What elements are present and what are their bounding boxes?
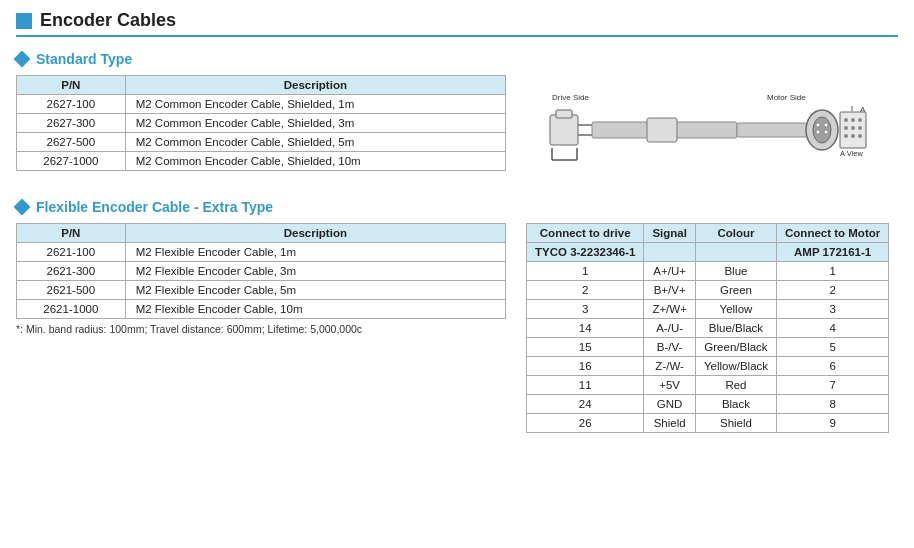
motor-pin-cell: 6	[777, 357, 889, 376]
desc-cell: M2 Flexible Encoder Cable, 5m	[125, 281, 505, 300]
col-motor-header: Connect to Motor	[777, 224, 889, 243]
signal-cell: Z+/W+	[644, 300, 696, 319]
colour-col-blank	[695, 243, 776, 262]
svg-point-12	[824, 130, 828, 134]
svg-point-9	[816, 123, 820, 127]
drive-pin-cell: 26	[527, 414, 644, 433]
table-row: 24GNDBlack8	[527, 395, 889, 414]
desc-cell: M2 Common Encoder Cable, Shielded, 5m	[125, 133, 505, 152]
svg-point-19	[858, 126, 862, 130]
svg-point-14	[844, 118, 848, 122]
pn-cell: 2627-1000	[17, 152, 126, 171]
col-drive-header: Connect to drive	[527, 224, 644, 243]
signal-cell: GND	[644, 395, 696, 414]
table-row: 2621-100M2 Flexible Encoder Cable, 1m	[17, 243, 506, 262]
table-row: 2621-300M2 Flexible Encoder Cable, 3m	[17, 262, 506, 281]
motor-pin-cell: 9	[777, 414, 889, 433]
desc-cell: M2 Common Encoder Cable, Shielded, 10m	[125, 152, 505, 171]
motor-pin-cell: 1	[777, 262, 889, 281]
signal-cell: +5V	[644, 376, 696, 395]
svg-point-17	[844, 126, 848, 130]
standard-section-title: Standard Type	[36, 51, 132, 67]
flexible-table: P/N Description 2621-100M2 Flexible Enco…	[16, 223, 506, 319]
pn-cell: 2627-500	[17, 133, 126, 152]
svg-rect-1	[556, 110, 572, 118]
motor-part-number: AMP 172161-1	[777, 243, 889, 262]
signal-header-row-2: TYCO 3-2232346-1 AMP 172161-1	[527, 243, 889, 262]
motor-pin-cell: 8	[777, 395, 889, 414]
standard-table: P/N Description 2627-100M2 Common Encode…	[16, 75, 506, 171]
table-row: 3Z+/W+Yellow3	[527, 300, 889, 319]
table-row: 2621-500M2 Flexible Encoder Cable, 5m	[17, 281, 506, 300]
svg-point-20	[844, 134, 848, 138]
flexible-table-header-row: P/N Description	[17, 224, 506, 243]
table-row: 14A-/U-Blue/Black4	[527, 319, 889, 338]
drive-pin-cell: 15	[527, 338, 644, 357]
signal-col-blank	[644, 243, 696, 262]
flexible-section-title: Flexible Encoder Cable - Extra Type	[36, 199, 273, 215]
svg-point-11	[816, 130, 820, 134]
signal-cell: Z-/W-	[644, 357, 696, 376]
drive-part-number: TYCO 3-2232346-1	[527, 243, 644, 262]
standard-diagram: Drive Side Motor Side A	[526, 75, 898, 185]
signal-cell: B+/V+	[644, 281, 696, 300]
flexible-left-panel: P/N Description 2621-100M2 Flexible Enco…	[16, 223, 506, 335]
flexible-desc-header: Description	[125, 224, 505, 243]
table-row: 16Z-/W-Yellow/Black6	[527, 357, 889, 376]
drive-pin-cell: 2	[527, 281, 644, 300]
diamond-icon-2	[14, 199, 31, 216]
motor-pin-cell: 2	[777, 281, 889, 300]
colour-cell: Green	[695, 281, 776, 300]
table-row: 11+5VRed7	[527, 376, 889, 395]
signal-cell: A+/U+	[644, 262, 696, 281]
colour-cell: Shield	[695, 414, 776, 433]
colour-cell: Blue/Black	[695, 319, 776, 338]
table-row: 2B+/V+Green2	[527, 281, 889, 300]
flexible-section-header: Flexible Encoder Cable - Extra Type	[16, 199, 898, 215]
col-colour-header: Colour	[695, 224, 776, 243]
pn-cell: 2621-500	[17, 281, 126, 300]
encoder-diagram-svg: Drive Side Motor Side A	[542, 85, 882, 185]
table-row: 26ShieldShield9	[527, 414, 889, 433]
svg-rect-5	[647, 118, 677, 142]
signal-cell: Shield	[644, 414, 696, 433]
signal-table-panel: Connect to drive Signal Colour Connect t…	[526, 223, 889, 433]
table-row: 2627-100M2 Common Encoder Cable, Shielde…	[17, 95, 506, 114]
pn-cell: 2621-100	[17, 243, 126, 262]
motor-side-label: Motor Side	[767, 93, 806, 102]
pn-cell: 2627-300	[17, 114, 126, 133]
desc-cell: M2 Flexible Encoder Cable, 1m	[125, 243, 505, 262]
standard-section: P/N Description 2627-100M2 Common Encode…	[16, 75, 898, 185]
svg-point-15	[851, 118, 855, 122]
pn-cell: 2621-1000	[17, 300, 126, 319]
svg-point-21	[851, 134, 855, 138]
table-row: 2627-300M2 Common Encoder Cable, Shielde…	[17, 114, 506, 133]
standard-table-panel: P/N Description 2627-100M2 Common Encode…	[16, 75, 506, 171]
flexible-section: P/N Description 2621-100M2 Flexible Enco…	[16, 223, 898, 433]
colour-cell: Yellow/Black	[695, 357, 776, 376]
drive-side-label: Drive Side	[552, 93, 589, 102]
standard-pn-header: P/N	[17, 76, 126, 95]
title-icon	[16, 13, 32, 29]
pn-cell: 2621-300	[17, 262, 126, 281]
svg-point-10	[824, 123, 828, 127]
colour-cell: Green/Black	[695, 338, 776, 357]
flexible-footnote: *: Min. band radius: 100mm; Travel dista…	[16, 323, 506, 335]
diamond-icon	[14, 51, 31, 68]
table-row: 2627-1000M2 Common Encoder Cable, Shield…	[17, 152, 506, 171]
drive-pin-cell: 1	[527, 262, 644, 281]
desc-cell: M2 Common Encoder Cable, Shielded, 1m	[125, 95, 505, 114]
svg-point-18	[851, 126, 855, 130]
svg-point-16	[858, 118, 862, 122]
desc-cell: M2 Common Encoder Cable, Shielded, 3m	[125, 114, 505, 133]
signal-cell: B-/V-	[644, 338, 696, 357]
motor-pin-cell: 4	[777, 319, 889, 338]
signal-header-row-1: Connect to drive Signal Colour Connect t…	[527, 224, 889, 243]
col-signal-header: Signal	[644, 224, 696, 243]
standard-section-header: Standard Type	[16, 51, 898, 67]
desc-cell: M2 Flexible Encoder Cable, 10m	[125, 300, 505, 319]
a-view-label: A View	[840, 149, 863, 158]
drive-pin-cell: 3	[527, 300, 644, 319]
table-row: 2621-1000M2 Flexible Encoder Cable, 10m	[17, 300, 506, 319]
drive-pin-cell: 11	[527, 376, 644, 395]
